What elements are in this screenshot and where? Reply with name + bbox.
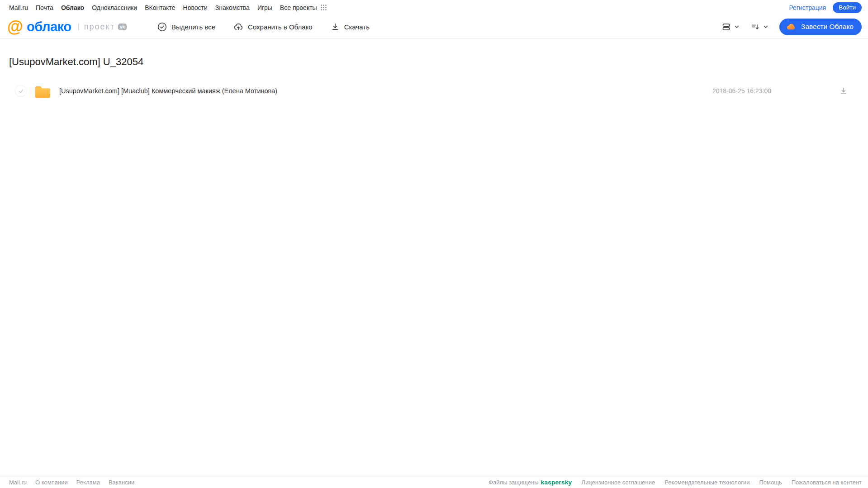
save-to-cloud-button[interactable]: Сохранить в Облако (233, 22, 313, 32)
footer-bar: Mail.ru О компании Реклама Вакансии Файл… (0, 476, 868, 488)
top-nav-right: Регистрация Войти (789, 2, 862, 13)
topnav-link-igry[interactable]: Игры (257, 4, 272, 11)
header-right-controls: Завести Облако (721, 19, 862, 35)
file-date: 2018-06-25 16:23:00 (712, 87, 771, 95)
list-view-icon (721, 22, 731, 32)
logo-text: облако (27, 19, 71, 34)
cloud-icon (786, 21, 797, 32)
checkmark-icon (18, 88, 24, 94)
sort-icon (750, 22, 760, 32)
project-label: проект (84, 22, 115, 32)
topnav-link-novosti[interactable]: Новости (183, 4, 208, 11)
save-to-cloud-label: Сохранить в Облако (248, 23, 313, 31)
file-name-link[interactable]: [UsupovMarket.com] [Muaclub] Коммерчески… (59, 87, 277, 95)
footer-link-ads[interactable]: Реклама (76, 479, 100, 486)
footer-link-jobs[interactable]: Вакансии (109, 479, 134, 486)
select-all-button[interactable]: Выделить все (157, 22, 215, 32)
download-icon (331, 22, 340, 31)
file-toolbar: Выделить все Сохранить в Облако Скачат (157, 22, 370, 32)
vk-badge-icon: vk (118, 24, 127, 30)
folder-icon (34, 84, 51, 98)
file-row-right: 2018-06-25 16:23:00 (712, 86, 855, 95)
kaspersky-logo[interactable]: kaspersky (541, 479, 572, 486)
check-circle-icon (157, 22, 167, 32)
file-row[interactable]: [UsupovMarket.com] [Muaclub] Коммерчески… (9, 80, 859, 102)
topnav-link-oblako[interactable]: Облако (61, 4, 84, 11)
topnav-link-pochta[interactable]: Почта (36, 4, 53, 11)
select-all-label: Выделить все (171, 23, 215, 31)
footer-left-links: Mail.ru О компании Реклама Вакансии (9, 479, 134, 486)
get-cloud-label: Завести Облако (801, 23, 854, 31)
file-download-icon[interactable] (839, 86, 848, 95)
footer-link-report-content[interactable]: Пожаловаться на контент (792, 479, 862, 486)
sort-button[interactable] (750, 22, 768, 32)
topnav-link-vse-proekty: Все проекты (280, 4, 317, 11)
file-checkbox[interactable] (15, 85, 27, 97)
footer-link-license[interactable]: Лицензионное соглашение (581, 479, 655, 486)
download-label: Скачать (344, 23, 370, 31)
footer-link-company[interactable]: О компании (35, 479, 68, 486)
grid-icon[interactable] (320, 4, 327, 11)
cloud-upload-icon (233, 22, 243, 32)
top-nav-links: Mail.ru Почта Облако Одноклассники ВКонт… (9, 4, 327, 11)
top-nav-bar: Mail.ru Почта Облако Одноклассники ВКонт… (0, 0, 868, 15)
topnav-link-mailru[interactable]: Mail.ru (9, 4, 28, 11)
chevron-down-icon (734, 24, 740, 29)
download-button[interactable]: Скачать (331, 22, 370, 31)
view-mode-button[interactable] (721, 22, 740, 32)
login-button[interactable]: Войти (833, 2, 862, 13)
get-cloud-button[interactable]: Завести Облако (779, 19, 862, 35)
kaspersky-protection: Файлы защищены kaspersky (489, 479, 572, 486)
topnav-all-projects[interactable]: Все проекты (280, 4, 327, 11)
footer-link-recommendation-tech[interactable]: Рекомендательные технологии (664, 479, 749, 486)
topnav-link-vkontakte[interactable]: ВКонтакте (145, 4, 175, 11)
footer-right-links: Файлы защищены kaspersky Лицензионное со… (489, 479, 862, 486)
footer-link-help[interactable]: Помощь (759, 479, 782, 486)
topnav-link-znakomstva[interactable]: Знакомства (215, 4, 250, 11)
chevron-down-icon (763, 24, 768, 29)
footer-link-mailru[interactable]: Mail.ru (9, 479, 27, 486)
page-title: [UsupovMarket.com] U_32054 (9, 56, 859, 68)
main-content: [UsupovMarket.com] U_32054 [Usu (0, 56, 868, 102)
registration-link[interactable]: Регистрация (789, 4, 826, 11)
topnav-link-odnoklassniki[interactable]: Одноклассники (92, 4, 137, 11)
header-bar: @ облако | проект vk Выделить все (0, 15, 868, 39)
protected-label: Файлы защищены (489, 479, 538, 486)
logo-divider: | (77, 22, 79, 31)
cloud-logo[interactable]: @ облако | проект vk (7, 19, 127, 35)
mailru-at-icon: @ (7, 19, 23, 35)
